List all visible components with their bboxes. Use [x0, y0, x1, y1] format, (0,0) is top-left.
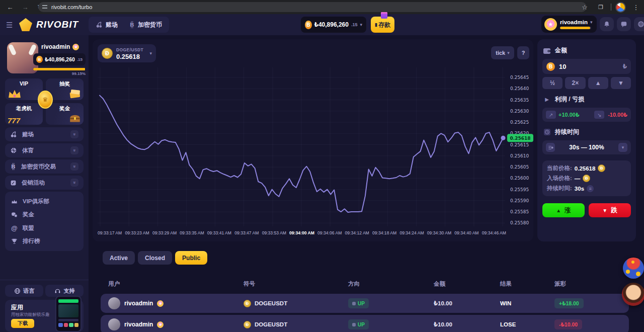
- double-chevron-icon[interactable]: »: [70, 179, 78, 187]
- support-button[interactable]: 支持: [45, 285, 84, 297]
- symbol-pair: DOGE/USDT: [116, 47, 143, 52]
- tab-search-icon[interactable]: ❐: [595, 1, 607, 13]
- duration-select[interactable]: 30s — 100% ▾: [542, 140, 631, 154]
- download-button[interactable]: 下载: [11, 319, 34, 328]
- brand-logo[interactable]: RIVOBIT: [36, 19, 78, 30]
- app-title: 应用: [11, 303, 23, 312]
- balance-selector[interactable]: B ₺40,896,260 .15 ▾: [301, 17, 366, 33]
- avatar: ★: [544, 18, 557, 31]
- sidebar-item-casino[interactable]: 赌场 »: [5, 127, 84, 141]
- bitcoin-icon: B: [10, 163, 16, 170]
- double-chevron-icon[interactable]: »: [70, 146, 78, 154]
- x-tick-label: 09:33:35 AM: [180, 230, 204, 235]
- tab-closed[interactable]: Closed: [138, 251, 172, 265]
- browser-back-button[interactable]: ←: [4, 1, 16, 13]
- sidebar-toggle-icon[interactable]: ☰: [6, 21, 16, 29]
- duration-value: 30s — 100%: [558, 144, 615, 151]
- payout-badge: -₺10.00: [554, 319, 582, 329]
- amount-input[interactable]: B 10 ₺: [542, 59, 631, 74]
- support-agent-widget[interactable]: [622, 283, 644, 306]
- symbol-selector[interactable]: Đ DOGE/USDT 0.25618 ▾: [98, 44, 156, 62]
- bonus-gift-widget[interactable]: [623, 258, 644, 279]
- promo-slots[interactable]: 老虎机 777: [5, 103, 43, 125]
- sidebar-item-vip-club[interactable]: VIP俱乐部: [5, 195, 84, 207]
- language-globe-button[interactable]: [634, 17, 644, 31]
- interval-selector[interactable]: tick ▾: [491, 46, 514, 59]
- primary-nav: 赌场 B 加密货币: [89, 17, 169, 33]
- chat-icon: [620, 21, 627, 28]
- balance-amount: ₺40,896,260: [314, 21, 349, 28]
- nav-casino[interactable]: 赌场: [91, 17, 123, 33]
- arrow-up-icon: ▲: [595, 79, 601, 87]
- help-button[interactable]: ?: [517, 46, 529, 59]
- doge-coin-icon: Đ: [244, 300, 251, 307]
- treasure-chest-icon: [68, 114, 82, 124]
- trades-tabs: Active Closed Public: [103, 251, 207, 265]
- browser-menu-icon[interactable]: ⋮: [630, 1, 642, 13]
- site-settings-icon[interactable]: [42, 5, 47, 9]
- profile-username: rivoadmin ★: [41, 43, 79, 50]
- svg-text:0.25615: 0.25615: [510, 142, 529, 147]
- direction-icon: [352, 323, 356, 326]
- cherries-icon: [10, 131, 17, 138]
- promo-vip[interactable]: VIP: [5, 78, 43, 100]
- promo-bonus[interactable]: 奖金: [46, 103, 84, 125]
- sidebar-item-sports[interactable]: 体育 »: [5, 143, 84, 157]
- doge-coin-icon: Đ: [102, 48, 113, 59]
- notifications-button[interactable]: [600, 17, 614, 31]
- globe-icon: [637, 21, 644, 28]
- symbol-price: 0.25618: [116, 53, 143, 60]
- double-chevron-icon[interactable]: »: [70, 162, 78, 171]
- user-menu[interactable]: ★ rivoadmin ▾: [541, 16, 597, 33]
- x-tick-label: 09:33:17 AM: [98, 230, 122, 235]
- deposit-button[interactable]: ▮ 存款: [371, 17, 394, 33]
- double-chevron-icon[interactable]: »: [70, 130, 78, 138]
- username: rivoadmin: [560, 19, 588, 25]
- trades-table-header: 用户 符号 方向 金额 结果 派彩: [101, 276, 629, 292]
- chat-button[interactable]: [617, 17, 631, 31]
- bonus-coins-icon: [11, 211, 18, 218]
- medal-badge-icon: ★: [157, 321, 164, 328]
- coin-icon: B: [36, 56, 43, 63]
- trophy-icon: [11, 238, 18, 244]
- address-bar[interactable]: rivobit.com/turbo: [38, 2, 587, 12]
- table-row[interactable]: rivoadmin ★ Đ DOGEUSDT UP ₺10.00 LOSE -₺…: [101, 315, 629, 332]
- increase-amount-button[interactable]: ▲: [588, 77, 608, 89]
- amount-label-row: 金额: [542, 46, 631, 55]
- x-axis-labels: 09:33:17 AM09:33:23 AM09:33:29 AM09:33:3…: [98, 230, 506, 235]
- sidebar-item-promotions[interactable]: 促销活动 »: [5, 176, 84, 190]
- price-chart[interactable]: 0.256450.256400.256350.256300.256250.256…: [98, 67, 535, 226]
- bet-up-button[interactable]: ▲涨: [542, 203, 585, 217]
- language-button[interactable]: 语言: [5, 285, 43, 297]
- chevron-down-icon[interactable]: ▾: [618, 143, 627, 152]
- app-promo-card: 应用 用独家功能解锁乐趣 下载: [5, 300, 84, 332]
- x-tick-label: 09:33:53 AM: [262, 230, 286, 235]
- sidebar-item-bonus[interactable]: 奖金: [5, 209, 84, 221]
- bet-down-button[interactable]: ▼跌: [589, 203, 631, 217]
- decrease-amount-button[interactable]: ▼: [611, 77, 631, 89]
- sidebar-item-leaderboard[interactable]: 排行榜: [5, 235, 84, 247]
- profit-value: +10.00₺: [558, 112, 580, 118]
- current-price-line: 当前价格: 0.25618 Đ: [547, 164, 626, 172]
- half-amount-button[interactable]: ½: [542, 77, 562, 89]
- tab-public[interactable]: Public: [175, 251, 207, 265]
- sidebar-item-affiliate[interactable]: @ 联盟: [5, 222, 84, 234]
- divider: [611, 4, 611, 11]
- app-subtitle: 用独家功能解锁乐趣: [11, 312, 56, 317]
- browser-profile-avatar[interactable]: [615, 2, 626, 13]
- browser-forward-button[interactable]: →: [19, 1, 31, 13]
- nav-crypto[interactable]: B 加密货币: [124, 17, 167, 33]
- promotions-icon: [10, 180, 17, 186]
- profit-loss-row: ↗ +10.00₺ ↘ -10.00₺: [542, 108, 631, 122]
- svg-text:0.25590: 0.25590: [510, 198, 529, 203]
- tab-active[interactable]: Active: [103, 251, 135, 265]
- table-row[interactable]: rivoadmin ★ Đ DOGEUSDT UP ₺10.00 WIN +₺1…: [101, 294, 629, 313]
- gift-icon: [381, 12, 387, 19]
- double-amount-button[interactable]: 2×: [565, 77, 585, 89]
- sidebar-item-crypto-trading[interactable]: B 加密货币交易 »: [5, 159, 84, 174]
- bookmark-star-icon[interactable]: ☆: [579, 1, 591, 13]
- x-tick-label: 09:34:12 AM: [345, 230, 369, 235]
- payout-badge: +₺18.00: [554, 298, 584, 308]
- duration-mini-icon: ≡: [587, 185, 594, 192]
- trend-down-icon: ↘: [594, 111, 604, 119]
